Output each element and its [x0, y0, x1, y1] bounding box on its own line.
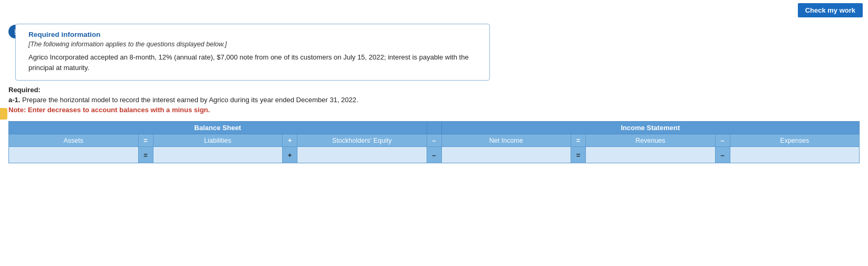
cell-liabilities — [153, 147, 283, 163]
balance-sheet-header: Balance Sheet — [9, 122, 427, 134]
assets-input[interactable] — [12, 149, 135, 161]
info-wrapper: ! Required information [The following in… — [8, 24, 860, 81]
col-revenues-header: Revenues — [586, 134, 716, 147]
instruction-prefix: a-1. — [8, 96, 20, 104]
cell-netincome — [441, 147, 571, 163]
info-body-text: Agrico Incorporated accepted an 8-month,… — [28, 53, 469, 72]
cell-plus: + — [283, 147, 297, 163]
info-box: Required information [The following info… — [15, 24, 490, 81]
required-section: Required: a-1. Prepare the horizontal mo… — [8, 86, 860, 114]
liabilities-input[interactable] — [157, 149, 279, 161]
table-row: = + – = – — [9, 147, 860, 163]
top-bar: Check my work — [0, 0, 868, 21]
info-title: Required information — [28, 31, 481, 38]
netincome-input[interactable] — [445, 149, 568, 161]
check-my-work-button[interactable]: Check my work — [798, 3, 863, 17]
horizontal-model-table: Balance Sheet Income Statement Assets = … — [8, 121, 860, 163]
col-eq2-header: = — [571, 134, 586, 147]
table-header-top: Balance Sheet Income Statement — [9, 122, 860, 134]
col-equity-header: Stockholders' Equity — [297, 134, 427, 147]
cell-expenses — [730, 147, 860, 163]
cell-eq2: = — [571, 147, 586, 163]
cell-equity — [297, 147, 427, 163]
col-netincome-header: Net Income — [441, 134, 571, 147]
col-plus-header: + — [283, 134, 297, 147]
col-dash1-header: – — [427, 134, 441, 147]
required-instruction: a-1. Prepare the horizontal model to rec… — [8, 96, 860, 104]
yellow-indicator — [0, 108, 7, 120]
col-eq1-header: = — [138, 134, 153, 147]
expenses-input[interactable] — [734, 149, 856, 161]
col-dash2-header: – — [715, 134, 730, 147]
operator-header-dash — [427, 122, 441, 134]
cell-revenues — [586, 147, 716, 163]
instruction-text: Prepare the horizontal model to record t… — [22, 96, 358, 104]
col-assets-header: Assets — [9, 134, 139, 147]
income-statement-header: Income Statement — [441, 122, 860, 134]
table-wrapper: Balance Sheet Income Statement Assets = … — [8, 121, 860, 163]
info-subtitle: [The following information applies to th… — [28, 41, 481, 48]
bottom-space — [0, 163, 868, 205]
table-header-sub: Assets = Liabilities + Stockholders' Equ… — [9, 134, 860, 147]
cell-assets — [9, 147, 139, 163]
cell-eq1: = — [138, 147, 153, 163]
info-body: Agrico Incorporated accepted an 8-month,… — [28, 52, 481, 73]
revenues-input[interactable] — [589, 149, 712, 161]
col-liabilities-header: Liabilities — [153, 134, 283, 147]
required-label: Required: — [8, 86, 860, 94]
cell-dash2: – — [715, 147, 730, 163]
required-note: Note: Enter decreases to account balance… — [8, 106, 860, 114]
cell-dash1: – — [427, 147, 441, 163]
equity-input[interactable] — [301, 149, 423, 161]
col-expenses-header: Expenses — [730, 134, 860, 147]
